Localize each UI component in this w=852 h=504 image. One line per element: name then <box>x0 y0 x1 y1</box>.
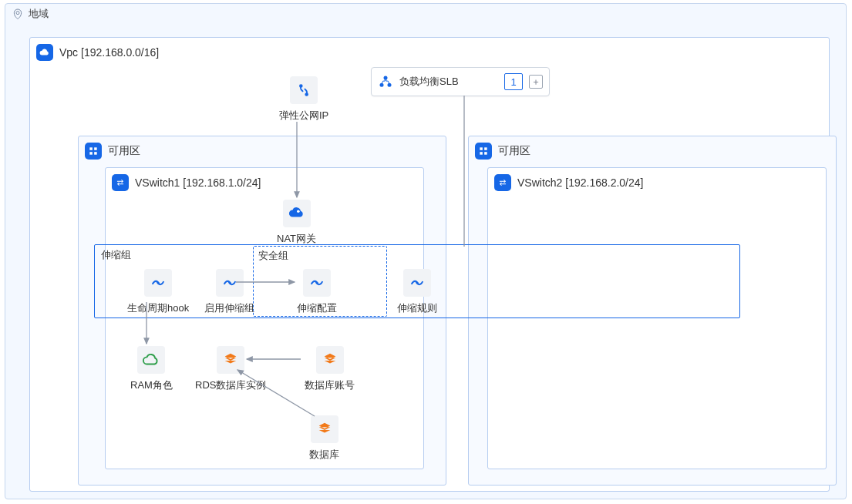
grid-icon <box>85 143 102 160</box>
cloud-outline-icon <box>137 346 165 374</box>
vswitch2-label: VSwitch2 [192.168.2.0/24] <box>494 174 643 191</box>
svg-rect-11 <box>484 147 487 150</box>
az2-label: 可用区 <box>475 143 530 160</box>
slb-count[interactable]: 1 <box>504 73 523 90</box>
slb-label: 负载均衡SLB <box>399 75 459 89</box>
svg-rect-12 <box>480 152 483 155</box>
database-label: 数据库 <box>309 448 339 462</box>
rds-instance-label: RDS数据库实例 <box>195 378 266 392</box>
svg-point-14 <box>297 210 300 213</box>
az2-label-text: 可用区 <box>498 144 530 158</box>
svg-rect-13 <box>484 152 487 155</box>
scaling-rule-label: 伸缩规则 <box>397 301 437 315</box>
svg-rect-10 <box>480 147 483 150</box>
scaling-icon <box>303 269 331 297</box>
scaling-config-node[interactable]: 伸缩配置 <box>297 269 337 315</box>
database-node[interactable]: 数据库 <box>309 415 339 462</box>
vpc-label-text: Vpc [192.168.0.0/16] <box>59 46 159 59</box>
region-icon <box>12 8 24 20</box>
switch-icon <box>494 174 511 191</box>
ram-role-node[interactable]: RAM角色 <box>130 346 173 392</box>
scaling-icon <box>144 269 172 297</box>
svg-point-0 <box>16 12 19 15</box>
scaling-icon <box>216 269 244 297</box>
nat-gateway-node[interactable]: NAT网关 <box>277 200 316 246</box>
svg-rect-7 <box>94 147 97 150</box>
rds-icon <box>316 346 344 374</box>
eip-icon <box>290 76 318 104</box>
slb-card[interactable]: 负载均衡SLB 1 ＋ <box>371 67 550 96</box>
svg-rect-6 <box>89 147 93 150</box>
svg-rect-9 <box>94 152 97 155</box>
region-label: 地域 <box>12 7 49 21</box>
scaling-group-label: 伸缩组 <box>101 248 131 262</box>
svg-point-2 <box>380 83 384 87</box>
vswitch-1: VSwitch1 [192.168.1.0/24] <box>105 167 424 469</box>
vswitch1-label-text: VSwitch1 [192.168.1.0/24] <box>135 176 261 189</box>
rds-icon <box>217 346 244 374</box>
eip-node[interactable]: 弹性公网IP <box>279 76 328 123</box>
slb-add-button[interactable]: ＋ <box>529 75 543 89</box>
rds-instance-node[interactable]: RDS数据库实例 <box>195 346 266 392</box>
az1-label-text: 可用区 <box>108 144 140 158</box>
svg-point-1 <box>384 76 388 80</box>
vpc-label: Vpc [192.168.0.0/16] <box>36 44 159 61</box>
cloud-icon <box>36 44 53 61</box>
load-balancer-icon <box>378 74 393 89</box>
region-label-text: 地域 <box>29 7 49 21</box>
az1-label: 可用区 <box>85 143 140 160</box>
ram-role-label: RAM角色 <box>130 378 173 392</box>
scaling-icon <box>403 269 431 297</box>
lifecycle-hook-node[interactable]: 生命周期hook <box>127 269 189 315</box>
lifecycle-hook-label: 生命周期hook <box>127 301 189 315</box>
eip-label: 弹性公网IP <box>279 109 328 123</box>
svg-point-4 <box>300 85 302 87</box>
svg-rect-8 <box>89 152 93 155</box>
vswitch2-label-text: VSwitch2 [192.168.2.0/24] <box>517 176 643 189</box>
db-account-node[interactable]: 数据库账号 <box>305 346 355 392</box>
scaling-rule-node[interactable]: 伸缩规则 <box>397 269 437 315</box>
vswitch1-label: VSwitch1 [192.168.1.0/24] <box>112 174 261 191</box>
nat-icon <box>283 200 311 227</box>
db-account-label: 数据库账号 <box>305 378 355 392</box>
svg-point-5 <box>305 93 308 96</box>
vswitch-2: VSwitch2 [192.168.2.0/24] <box>487 167 827 469</box>
switch-icon <box>112 174 129 191</box>
scaling-config-label: 伸缩配置 <box>297 301 337 315</box>
svg-point-3 <box>388 83 392 87</box>
vpc-box: Vpc [192.168.0.0/16] 负载均衡SLB 1 ＋ 弹性公网IP <box>29 37 830 492</box>
rds-icon <box>311 415 338 443</box>
grid-icon <box>475 143 492 160</box>
enable-scaling-group-node[interactable]: 启用伸缩组 <box>204 269 254 315</box>
enable-scaling-group-label: 启用伸缩组 <box>204 301 254 315</box>
security-group-label: 安全组 <box>258 249 288 263</box>
